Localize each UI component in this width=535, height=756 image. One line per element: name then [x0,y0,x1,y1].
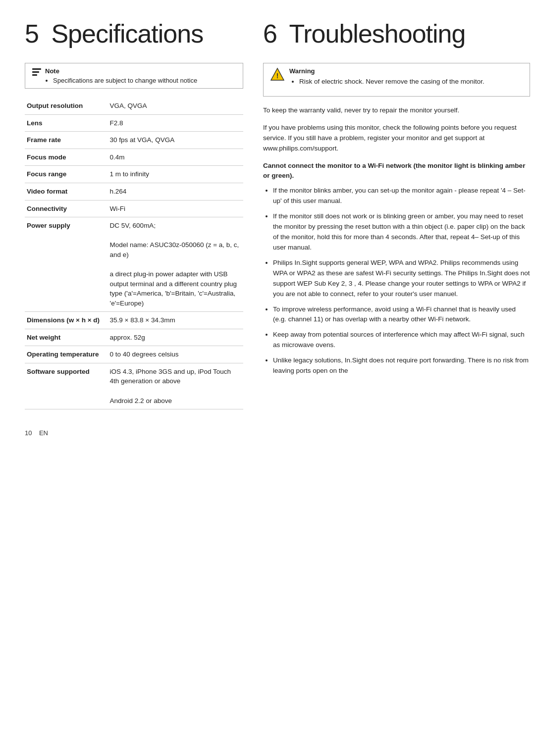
list-item: If the monitor blinks amber, you can set… [273,186,530,206]
spec-label: Operating temperature [25,346,108,363]
note-label: Note [45,67,197,75]
list-item: Unlike legacy solutions, In.Sight does n… [273,355,530,376]
spec-value: 30 fps at VGA, QVGA [108,132,243,149]
spec-value: iOS 4.3, iPhone 3GS and up, iPod Touch 4… [108,363,243,409]
spec-label: Lens [25,114,108,132]
table-row: Dimensions (w × h × d)35.9 × 83.8 × 34.3… [25,312,243,329]
section-title-left: Specifications [51,19,203,48]
spec-label: Power supply [25,217,108,312]
section-number-left: 5 [25,19,39,48]
spec-value: 1 m to infinity [108,166,243,183]
spec-value: Wi-Fi [108,200,243,217]
note-icon [32,68,41,76]
list-item: If the monitor still does not work or is… [273,211,530,253]
table-row: Video formath.264 [25,183,243,201]
specifications-section: 5 Specifications Note Specifications are… [25,20,243,409]
note-box: Note Specifications are subject to chang… [25,63,243,89]
specifications-heading: 5 Specifications [25,20,243,48]
note-item: Specifications are subject to change wit… [53,77,197,84]
table-row: Net weightapprox. 52g [25,329,243,346]
table-row: LensF2.8 [25,114,243,132]
spec-label: Focus mode [25,149,108,166]
list-item: Keep away from potential sources of inte… [273,330,530,351]
table-row: Software supportediOS 4.3, iPhone 3GS an… [25,363,243,409]
spec-label: Frame rate [25,132,108,149]
cannot-connect-list: If the monitor blinks amber, you can set… [263,186,530,376]
spec-label: Software supported [25,363,108,409]
spec-value: h.264 [108,183,243,201]
spec-label: Video format [25,183,108,201]
spec-label: Net weight [25,329,108,346]
specs-table: Output resolutionVGA, QVGALensF2.8Frame … [25,98,243,409]
warning-content: Risk of electric shock. Never remove the… [289,77,484,87]
spec-value: approx. 52g [108,329,243,346]
warning-box: ! Warning Risk of electric shock. Never … [263,63,530,97]
table-row: Power supplyDC 5V, 600mA;Model name: ASU… [25,217,243,312]
table-row: ConnectivityWi-Fi [25,200,243,217]
list-item: To improve wireless performance, avoid u… [273,304,530,325]
spec-value: 0.4m [108,149,243,166]
table-row: Frame rate30 fps at VGA, QVGA [25,132,243,149]
warning-item: Risk of electric shock. Never remove the… [299,77,484,87]
troubleshooting-section: 6 Troubleshooting ! Warning Risk of elec… [263,20,530,409]
table-row: Focus range1 m to infinity [25,166,243,183]
spec-label: Focus range [25,166,108,183]
table-row: Focus mode0.4m [25,149,243,166]
svg-text:!: ! [276,72,279,80]
list-item: Philips In.Sight supports general WEP, W… [273,258,530,300]
spec-label: Dimensions (w × h × d) [25,312,108,329]
cannot-connect-heading: Cannot connect the monitor to a Wi-Fi ne… [263,161,530,181]
service-text: If you have problems using this monitor,… [263,123,530,154]
spec-value: VGA, QVGA [108,98,243,114]
section-title-right: Troubleshooting [289,19,465,48]
page-footer: 10 EN [25,429,510,437]
spec-label: Connectivity [25,200,108,217]
table-row: Operating temperature0 to 40 degrees cel… [25,346,243,363]
spec-label: Output resolution [25,98,108,114]
troubleshooting-heading: 6 Troubleshooting [263,20,530,48]
language-code: EN [39,429,48,437]
table-row: Output resolutionVGA, QVGA [25,98,243,114]
spec-value: F2.8 [108,114,243,132]
spec-value: DC 5V, 600mA;Model name: ASUC30z-050060 … [108,217,243,312]
warranty-text: To keep the warranty valid, never try to… [263,105,530,116]
warning-label: Warning [289,67,484,75]
warning-icon: ! [270,67,284,81]
section-number-right: 6 [263,19,277,48]
spec-value: 0 to 40 degrees celsius [108,346,243,363]
note-content: Specifications are subject to change wit… [45,77,197,84]
spec-value: 35.9 × 83.8 × 34.3mm [108,312,243,329]
page-number: 10 [25,429,32,437]
